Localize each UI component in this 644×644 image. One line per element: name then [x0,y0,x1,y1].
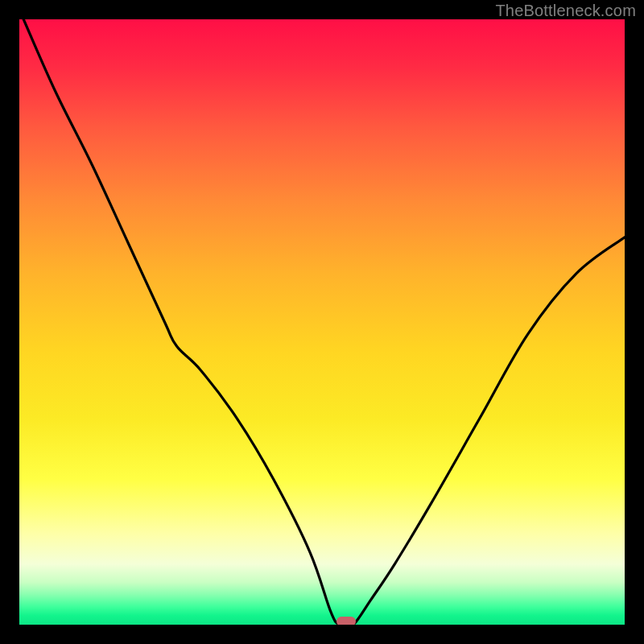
curve-svg [19,19,625,625]
optimal-marker [336,617,356,625]
watermark-text: TheBottleneck.com [495,2,636,20]
bottleneck-curve [23,19,625,625]
chart-container: TheBottleneck.com [0,0,644,644]
plot-area [19,19,625,625]
